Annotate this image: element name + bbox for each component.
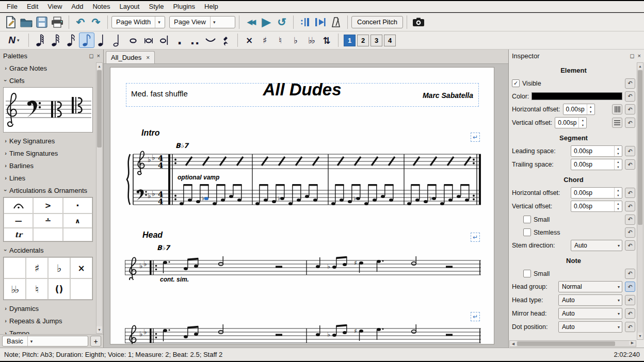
spin-down-icon[interactable]: ▾ [615,193,622,198]
system-1[interactable]: ♭ [125,150,483,217]
flat-cell[interactable]: ♭ [48,257,70,278]
palette-item-key-signatures[interactable]: › Key Signatures [0,135,96,147]
key-signature[interactable]: ♭♭ ♭♭ [148,153,155,200]
image-capture-button[interactable] [411,14,426,30]
selected-note[interactable] [204,197,208,200]
natural-cell[interactable]: ♮ [26,278,48,300]
undo-button[interactable]: ↶ [73,14,88,30]
close-panel-icon[interactable]: × [97,53,100,59]
reset-button[interactable]: ↶ [625,322,635,332]
palette-item-accidentals[interactable]: › Accidentals [0,244,96,256]
menu-layout[interactable]: Layout [115,2,144,11]
system-break-marker[interactable]: ↵ [471,233,480,242]
augmentation-dot-button[interactable]: . [172,32,187,48]
palette-item-time-signatures[interactable]: › Time Signatures [0,147,96,159]
reset-button[interactable]: ↶ [625,240,635,251]
spin-up-icon[interactable]: ▴ [587,104,594,109]
spin-up-icon[interactable]: ▴ [615,201,622,206]
bass-measure[interactable] [331,184,394,205]
chord-symbol[interactable]: B♭7 [175,142,188,150]
duration-eighth-button[interactable] [79,32,94,48]
view-mode-combo[interactable]: Page View ▾ [169,16,235,28]
reset-button[interactable]: ↶ [625,282,635,292]
parentheses-cell[interactable]: () [48,278,70,300]
zoom-combo[interactable]: Page Width ▾ [111,16,165,28]
duration-half-button[interactable] [110,32,125,48]
rest-button[interactable] [218,32,234,48]
menu-style[interactable]: Style [144,2,168,11]
accent-cell[interactable]: > [33,198,62,213]
visible-checkbox[interactable]: ✓ [512,79,520,87]
spin-up-icon[interactable]: ▴ [615,146,622,151]
double-flat-cell[interactable]: ♭♭ [4,278,26,300]
note-input-button[interactable]: N ▾ [3,32,25,48]
double-sharp-button[interactable]: × [242,32,257,48]
fermata-cell[interactable] [4,198,33,213]
end-repeat-barline[interactable] [473,154,481,205]
scroll-up-icon[interactable]: ▲ [637,63,643,70]
tie-button[interactable] [203,32,218,48]
tenuto-cell[interactable]: — [4,213,33,228]
spin-up-icon[interactable]: ▴ [615,188,622,193]
spin-down-icon[interactable]: ▾ [615,151,622,156]
system-3[interactable] [125,324,483,344]
flat-button[interactable]: ♭ [288,32,303,48]
palette-item-barlines[interactable]: › Barlines [0,159,96,172]
palette-item-grace-notes[interactable]: › Grace Notes [0,62,96,74]
voice-1-button[interactable]: 1 [344,35,356,46]
chord-small-checkbox[interactable] [523,216,531,223]
new-score-button[interactable] [3,14,19,30]
natural-button[interactable]: ♮ [272,32,288,48]
inspector-hscrollbar[interactable]: ◀ ▶ [509,340,636,347]
rehearsal-mark-intro[interactable]: Intro [141,128,160,138]
scroll-left-icon[interactable]: ◀ [510,341,517,347]
float-panel-icon[interactable]: ◻ [630,53,634,59]
redo-button[interactable]: ↷ [88,14,104,30]
voice-3-button[interactable]: 3 [371,35,382,46]
duration-longa-button[interactable] [156,32,172,48]
begin-repeat-barline[interactable] [168,154,176,205]
time-signature[interactable]: 44 44 [158,154,163,206]
double-flat-button[interactable]: ♭♭ [303,32,319,48]
system-break-marker[interactable]: ↵ [471,312,480,321]
palette-item-repeats-jumps[interactable]: › Repeats & Jumps [0,315,96,327]
reset-button[interactable]: ↶ [625,227,635,238]
spin-up-icon[interactable]: ▴ [615,159,622,164]
scroll-down-icon[interactable]: ▼ [96,326,102,333]
close-panel-icon[interactable]: × [638,53,641,59]
palettes-scrollbar[interactable]: ▲ ▼ [96,62,103,334]
system-break-marker[interactable]: ↵ [471,133,480,142]
hoffset-spinbox[interactable]: 0.00sp ▴▾ [563,104,595,115]
duration-breve-button[interactable] [141,32,156,48]
reset-button[interactable]: ↶ [625,118,635,128]
chord-hoffset-spinbox[interactable]: 0.00sp ▴▾ [571,187,622,199]
rehearsal-mark-head[interactable]: Head [142,231,163,240]
duration-16th-button[interactable] [63,32,79,48]
palette-item-dynamics[interactable]: › Dynamics [0,302,96,315]
duration-whole-button[interactable] [125,32,141,48]
bass-measure[interactable] [255,184,318,205]
bass-measure[interactable] [407,184,470,205]
snap-vertical-button[interactable] [612,118,622,128]
score-page[interactable]: Med. fast shuffle All Dudes Marc Sabatel… [110,67,494,344]
snap-horizontal-button[interactable] [612,104,622,114]
sharp-cell[interactable]: ♯ [26,257,48,278]
play-button[interactable]: ▶ [259,14,274,30]
reset-button[interactable]: ↶ [625,159,635,170]
stemless-checkbox[interactable] [523,228,531,236]
rewind-button[interactable]: ◀◀ [243,14,259,30]
metronome-button[interactable] [328,14,344,30]
flip-direction-button[interactable]: ⇅ [319,32,334,48]
sharp-button[interactable]: ♯ [257,32,272,48]
scrollbar-thumb[interactable] [97,70,102,147]
chord-voffset-spinbox[interactable]: 0.00sp ▴▾ [571,201,622,212]
trailing-space-spinbox[interactable]: 0.00sp ▴▾ [571,159,622,170]
voffset-spinbox[interactable]: 0.00sp ▴▾ [555,117,587,128]
spin-down-icon[interactable]: ▾ [579,123,586,128]
scrollbar-thumb[interactable] [638,70,642,225]
pan-playback-button[interactable] [313,14,328,30]
reset-button[interactable]: ↶ [625,295,635,305]
menu-view[interactable]: View [43,2,67,11]
head-type-combo[interactable]: Auto ▾ [558,294,622,306]
scroll-down-icon[interactable]: ▼ [637,333,643,339]
